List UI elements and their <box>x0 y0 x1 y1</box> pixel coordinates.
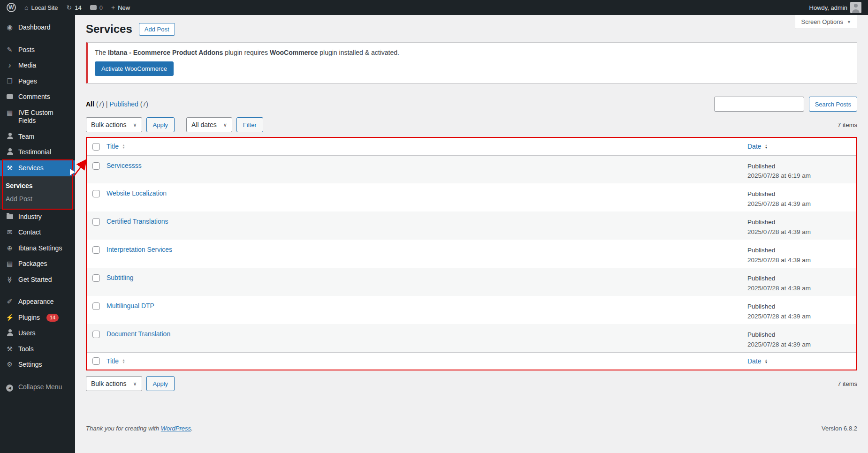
sidebar-item-services[interactable]: ⚒Services <box>0 160 75 176</box>
notice-text: The Ibtana - Ecommerce Product Addons pl… <box>95 49 850 56</box>
sidebar-item-ibtana-settings[interactable]: ⊕Ibtana Settings <box>0 241 75 257</box>
select-all-checkbox[interactable] <box>92 357 100 365</box>
status-filter-links: All (7) | Published (7) <box>86 100 148 108</box>
activate-woocommerce-button[interactable]: Activate WooCommerce <box>95 61 174 76</box>
sidebar-item-industry[interactable]: Industry <box>0 209 75 225</box>
sidebar-item-label: Ibtana Settings <box>18 244 62 253</box>
notice-requirement-name: WooCommerce <box>270 49 318 56</box>
caret-down-icon: ▼ <box>847 20 851 24</box>
bulk-actions-label: Bulk actions <box>91 121 126 128</box>
sidebar-item-users[interactable]: Users <box>0 325 75 341</box>
sidebar-item-posts[interactable]: ✎Posts <box>0 42 75 58</box>
sidebar-item-tools[interactable]: ⚒Tools <box>0 341 75 357</box>
tools-icon: ⚒ <box>6 345 14 353</box>
posts-table-highlighted: Title▲▼ Date▲▼ Servicessss Published2025… <box>86 137 857 370</box>
post-title-link[interactable]: Document Translation <box>107 330 170 338</box>
post-title-link[interactable]: Interpretation Services <box>107 246 172 253</box>
row-checkbox[interactable] <box>92 246 100 254</box>
sort-by-title-link[interactable]: Title▲▼ <box>107 143 125 150</box>
row-checkbox[interactable] <box>92 331 100 338</box>
row-checkbox[interactable] <box>92 274 100 282</box>
menu-separator <box>0 287 75 294</box>
site-name: Local Site <box>31 4 58 11</box>
sidebar-item-label: Users <box>18 329 36 338</box>
new-content-link[interactable]: + New <box>111 4 130 11</box>
row-checkbox[interactable] <box>92 218 100 226</box>
post-title-link[interactable]: Multilingual DTP <box>107 302 154 310</box>
sidebar-item-label: Team <box>18 133 34 141</box>
sidebar-item-ive-custom-fields[interactable]: ▦IVE Custom Fields <box>0 105 75 129</box>
updates-link[interactable]: ↻ 14 <box>67 4 82 11</box>
post-date: 2025/07/28 at 4:39 am <box>747 228 811 235</box>
screen-options-button[interactable]: Screen Options ▼ <box>795 15 857 29</box>
comment-icon <box>7 94 13 99</box>
select-all-checkbox[interactable] <box>92 143 100 151</box>
tablenav-bottom: Bulk actions∨ Apply 7 items <box>86 376 857 391</box>
sidebar-item-label: Posts <box>18 46 35 54</box>
wrench-icon: ⚒ <box>6 164 14 172</box>
post-status: Published <box>747 331 775 338</box>
sidebar-item-label: Services <box>18 164 44 173</box>
submenu-item-add-post[interactable]: Add Post <box>0 192 75 205</box>
sidebar-item-packages[interactable]: ▤Packages <box>0 256 75 272</box>
apply-button[interactable]: Apply <box>146 376 175 391</box>
sort-by-title-link[interactable]: Title▲▼ <box>107 357 125 365</box>
sidebar-item-testimonial[interactable]: Testimonial <box>0 144 75 160</box>
services-submenu: Services Add Post <box>0 176 75 209</box>
admin-footer: Thank you for creating with WordPress. V… <box>86 425 857 438</box>
post-date: 2025/07/28 at 4:39 am <box>747 200 811 207</box>
post-title-link[interactable]: Website Localization <box>107 189 167 197</box>
folder-icon <box>7 214 13 219</box>
apply-button[interactable]: Apply <box>146 117 175 132</box>
filter-all-link[interactable]: All <box>86 100 94 108</box>
sidebar-item-label: Tools <box>18 345 34 354</box>
sidebar-item-plugins[interactable]: ⚡Plugins14 <box>0 310 75 326</box>
sort-arrows-icon: ▲▼ <box>122 144 125 149</box>
account-menu[interactable]: Howdy, admin <box>809 2 861 13</box>
search-posts-button[interactable]: Search Posts <box>809 97 857 112</box>
add-post-button[interactable]: Add Post <box>139 23 175 36</box>
post-title-link[interactable]: Servicessss <box>107 162 142 169</box>
search-input[interactable] <box>714 97 804 112</box>
sidebar-item-settings[interactable]: ⚙Settings <box>0 357 75 373</box>
sidebar-item-media[interactable]: ♪Media <box>0 58 75 74</box>
filter-published-link[interactable]: Published <box>109 100 138 108</box>
row-checkbox[interactable] <box>92 190 100 197</box>
comments-link[interactable]: 0 <box>90 4 103 11</box>
wordpress-menu[interactable]: W <box>7 3 16 12</box>
row-checkbox[interactable] <box>92 162 100 170</box>
filter-button[interactable]: Filter <box>236 117 263 132</box>
sidebar-item-get-started[interactable]: ≫Get Started <box>0 272 75 288</box>
post-date: 2025/07/28 at 4:39 am <box>747 257 811 264</box>
sidebar-item-comments[interactable]: Comments <box>0 89 75 105</box>
plugin-notice: The Ibtana - Ecommerce Product Addons pl… <box>86 42 857 83</box>
table-header-row: Title▲▼ Date▲▼ <box>87 138 856 155</box>
post-title-link[interactable]: Subtitling <box>107 274 134 281</box>
dates-filter-select[interactable]: All dates∨ <box>186 117 232 132</box>
sort-by-date-link[interactable]: Date▲▼ <box>747 143 768 150</box>
post-title-link[interactable]: Certified Translations <box>107 218 168 225</box>
submenu-item-services[interactable]: Services <box>0 179 75 192</box>
comment-icon <box>90 5 97 10</box>
sidebar-item-contact[interactable]: ✉Contact <box>0 225 75 241</box>
sidebar-item-dashboard[interactable]: ◉Dashboard <box>0 20 75 36</box>
page-title: Services <box>86 23 132 36</box>
sidebar-item-label: Collapse Menu <box>18 383 62 392</box>
sidebar-item-pages[interactable]: ❐Pages <box>0 74 75 90</box>
bulk-actions-select[interactable]: Bulk actions∨ <box>86 117 142 132</box>
sidebar-item-team[interactable]: Team <box>0 129 75 145</box>
plugin-icon: ⚡ <box>6 314 14 322</box>
sort-by-date-link[interactable]: Date▲▼ <box>747 357 768 365</box>
visit-site-link[interactable]: ⌂ Local Site <box>24 4 58 11</box>
howdy-text: Howdy, admin <box>809 4 847 11</box>
bulk-actions-select[interactable]: Bulk actions∨ <box>86 376 142 391</box>
table-row: Interpretation Services Published2025/07… <box>87 240 856 268</box>
sidebar-item-appearance[interactable]: ✐Appearance <box>0 294 75 310</box>
collapse-icon: ◀ <box>6 385 13 392</box>
row-checkbox[interactable] <box>92 302 100 310</box>
wordpress-link[interactable]: WordPress <box>161 425 191 432</box>
sidebar-item-label: IVE Custom Fields <box>18 109 69 125</box>
collapse-menu-button[interactable]: ◀Collapse Menu <box>0 379 75 395</box>
sidebar-item-label: Appearance <box>18 298 54 306</box>
footer-version: Version 6.8.2 <box>822 425 857 432</box>
